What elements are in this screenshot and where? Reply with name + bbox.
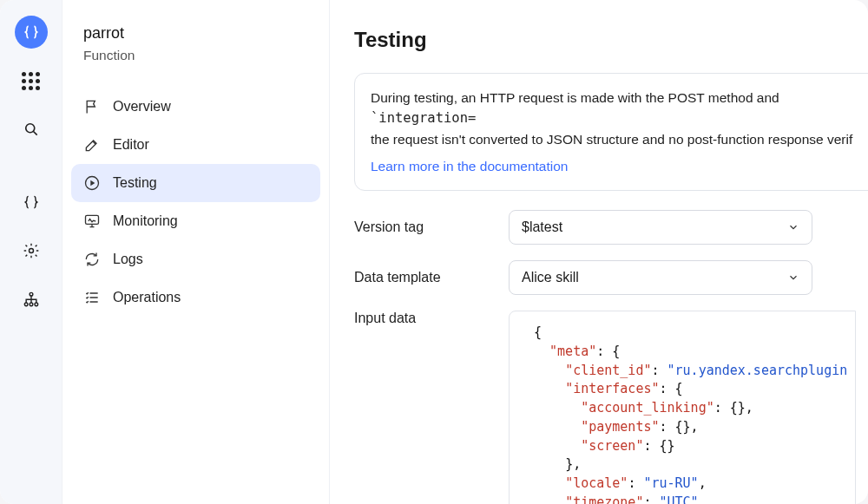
svg-rect-7: [86, 215, 99, 224]
sidebar-item-editor[interactable]: Editor: [62, 126, 329, 164]
svg-point-3: [24, 303, 28, 306]
edit-icon: [83, 136, 101, 154]
sidebar-item-logs[interactable]: Logs: [62, 240, 329, 278]
input-data-row: Input data { "meta": { "client_id": "ru.…: [354, 311, 868, 504]
data-template-row: Data template Alice skill: [354, 260, 868, 295]
select-value: Alice skill: [522, 270, 579, 285]
version-tag-select[interactable]: $latest: [509, 210, 812, 245]
sidebar-item-monitoring[interactable]: Monitoring: [62, 202, 329, 240]
flag-icon: [83, 98, 101, 115]
sidebar-item-label: Overview: [113, 99, 171, 115]
rail-settings-icon[interactable]: [15, 234, 48, 267]
version-tag-row: Version tag $latest: [354, 210, 868, 245]
data-template-select[interactable]: Alice skill: [509, 260, 812, 295]
sidebar: parrot Function Overview Editor Testing …: [62, 0, 330, 504]
sidebar-item-testing[interactable]: Testing: [71, 164, 320, 202]
rail-functions-icon[interactable]: [15, 16, 48, 49]
sidebar-header: parrot Function: [62, 24, 329, 75]
sidebar-nav: Overview Editor Testing Monitoring Logs …: [62, 88, 329, 317]
version-tag-label: Version tag: [354, 219, 509, 235]
svg-point-1: [29, 249, 33, 253]
notice-code: `integration=: [371, 110, 476, 126]
resource-type: Function: [83, 48, 308, 63]
monitor-icon: [83, 213, 101, 230]
page-title: Testing: [354, 28, 868, 52]
sidebar-item-label: Editor: [113, 137, 149, 153]
sidebar-item-label: Testing: [113, 175, 157, 191]
sidebar-item-label: Monitoring: [113, 213, 178, 229]
sidebar-item-operations[interactable]: Operations: [62, 278, 329, 317]
rail-search-icon[interactable]: [15, 113, 48, 146]
select-value: $latest: [522, 219, 562, 235]
play-icon: [83, 174, 101, 192]
rail-code-icon[interactable]: [15, 186, 48, 219]
rail-apps-icon[interactable]: [15, 64, 48, 97]
docs-link[interactable]: Learn more in the documentation: [371, 156, 568, 176]
function-name: parrot: [83, 24, 308, 43]
input-data-label: Input data: [354, 311, 509, 326]
input-data-editor[interactable]: { "meta": { "client_id": "ru.yandex.sear…: [509, 311, 856, 504]
rail-network-icon[interactable]: [15, 283, 48, 316]
svg-point-4: [30, 303, 33, 306]
data-template-label: Data template: [354, 270, 509, 285]
app-window: parrot Function Overview Editor Testing …: [0, 0, 868, 504]
refresh-icon: [83, 251, 101, 268]
sidebar-item-label: Logs: [113, 252, 143, 267]
notice-text: the request isn't converted to JSON stru…: [371, 132, 852, 147]
main-content: Testing During testing, an HTTP request …: [330, 0, 868, 504]
sidebar-item-overview[interactable]: Overview: [62, 88, 329, 126]
sidebar-item-label: Operations: [113, 290, 181, 305]
svg-point-2: [30, 292, 33, 296]
svg-point-0: [25, 124, 34, 133]
notice-text: During testing, an HTTP request is made …: [371, 90, 779, 105]
icon-rail: [0, 0, 62, 504]
chevron-down-icon: [787, 272, 799, 284]
chevron-down-icon: [787, 221, 799, 233]
svg-point-5: [35, 303, 38, 306]
info-notice: During testing, an HTTP request is made …: [354, 73, 868, 191]
list-icon: [83, 289, 101, 306]
